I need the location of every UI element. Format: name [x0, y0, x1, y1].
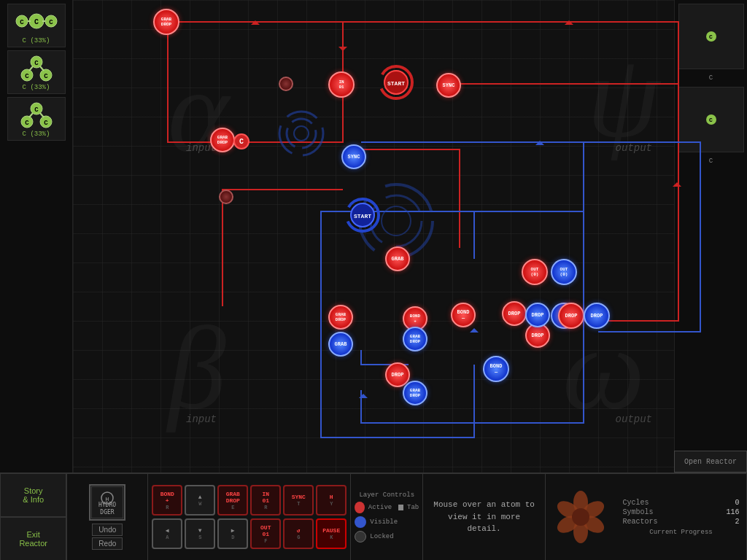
- stat-cycles: Cycles 0: [623, 499, 740, 507]
- open-reactor-button[interactable]: Open Reactor: [674, 451, 747, 472]
- redo-button[interactable]: Redo: [92, 537, 123, 550]
- tool-button-panel: BOND+R ▲W GRABDROPE IN01R SYNCT HY ◀A ▼S…: [148, 473, 350, 560]
- tool-pause[interactable]: PAUSEK: [316, 518, 347, 549]
- tool-grab-drop[interactable]: GRABDROPE: [217, 485, 248, 516]
- svg-text:C: C: [20, 19, 24, 26]
- node-grab-drop-blue-2[interactable]: GRABDROP: [403, 381, 427, 405]
- tool-nav-right[interactable]: ▶D: [217, 518, 248, 549]
- svg-text:C: C: [25, 120, 29, 127]
- node-grab-drop-3[interactable]: GRABDROP: [328, 305, 353, 330]
- alpha-watermark: α: [168, 44, 229, 179]
- hydrodger-panel: HYDRO DGER H Undo Redo: [67, 473, 148, 560]
- molecule-sidebar: C C C C (33%) C C C C (33%) C C: [0, 0, 73, 472]
- svg-text:C: C: [34, 60, 39, 67]
- output-preview-top[interactable]: C: [678, 4, 744, 69]
- omega-output-label: output: [616, 413, 652, 425]
- layer-dot-locked: [355, 531, 366, 542]
- node-out-red-1[interactable]: OUT(0): [522, 259, 548, 285]
- svg-point-37: [287, 119, 316, 148]
- node-grab-drop-blue[interactable]: GRABDROP: [403, 327, 427, 351]
- node-drop-blue[interactable]: DROP: [525, 303, 550, 327]
- stat-symbols: Symbols 116: [623, 508, 740, 516]
- tool-sync[interactable]: SYNCT: [283, 485, 314, 516]
- layer-row-visible: Visible: [355, 516, 419, 528]
- molecule-label-3: C (33%): [23, 131, 50, 138]
- stat-reactors: Reactors 2: [623, 518, 740, 526]
- svg-point-38: [294, 126, 309, 141]
- tool-in-01[interactable]: IN01R: [250, 485, 281, 516]
- layer-visible-label: Visible: [370, 518, 398, 526]
- svg-marker-30: [359, 394, 368, 398]
- node-start-blue[interactable]: START: [344, 197, 381, 237]
- svg-text:C: C: [49, 19, 53, 26]
- node-sensor-2[interactable]: [219, 190, 233, 204]
- svg-line-22: [29, 113, 33, 117]
- svg-marker-26: [565, 20, 573, 25]
- node-start-red[interactable]: START: [378, 64, 414, 104]
- tool-row-top: BOND+R ▲W GRABDROPE IN01R SYNCT HY: [152, 485, 347, 516]
- svg-marker-32: [535, 141, 544, 145]
- svg-point-44: [382, 206, 411, 236]
- tool-rotate[interactable]: ↺G: [283, 518, 314, 549]
- node-grab-drop-1[interactable]: GRABDROP: [153, 9, 179, 35]
- node-bond-blue[interactable]: BOND—: [483, 356, 509, 382]
- molecule-preview-1[interactable]: C C C C (33%): [7, 4, 66, 47]
- tool-out-01[interactable]: OUT01F: [250, 518, 281, 549]
- bottom-toolbar: Story& Info ExitReactor HYDRO DGER H Und…: [0, 472, 747, 560]
- node-grab-red[interactable]: GRAB: [385, 246, 410, 271]
- node-drop-blue-far[interactable]: DROP: [584, 303, 610, 329]
- beta-input-label: input: [186, 413, 217, 425]
- stats-panel: Cycles 0 Symbols 116 Reactors 2 Current …: [616, 473, 747, 560]
- exit-reactor-button[interactable]: ExitReactor: [0, 517, 66, 560]
- svg-text:START: START: [354, 213, 371, 219]
- layer-row-locked: Locked: [355, 531, 419, 542]
- node-drop-right-1[interactable]: DROP: [502, 301, 527, 326]
- tool-h[interactable]: HY: [316, 485, 347, 516]
- node-sensor-1[interactable]: [279, 77, 293, 91]
- node-bond-minus[interactable]: BOND—: [451, 303, 476, 327]
- cycles-label: Cycles: [623, 499, 649, 507]
- cycles-value: 0: [735, 499, 739, 507]
- story-info-button[interactable]: Story& Info: [0, 473, 66, 517]
- atom-c-red: C: [233, 133, 249, 149]
- node-out-blue-1[interactable]: OUT(0): [551, 259, 577, 285]
- node-in-01-red[interactable]: IN01: [328, 71, 355, 98]
- molecule-preview-2[interactable]: C C C C (33%): [7, 50, 66, 94]
- reactors-label: Reactors: [623, 518, 658, 526]
- psi-output-label: output: [616, 142, 652, 154]
- tool-bond-plus[interactable]: BOND+R: [152, 485, 182, 516]
- tool-nav-down[interactable]: ▼S: [185, 518, 215, 549]
- molecule-label-1: C (33%): [23, 37, 50, 44]
- svg-text:C: C: [34, 18, 38, 26]
- svg-text:HYDRO: HYDRO: [98, 502, 116, 508]
- undo-button[interactable]: Undo: [92, 524, 123, 536]
- symbols-value: 116: [726, 508, 739, 516]
- symbols-label: Symbols: [623, 508, 654, 516]
- layer-row-active: Active Tab: [355, 502, 419, 513]
- output-label-top: C: [675, 73, 747, 83]
- stats-container: Cycles 0 Symbols 116 Reactors 2 Current …: [546, 473, 747, 560]
- reactors-value: 2: [735, 518, 739, 526]
- svg-text:C: C: [25, 73, 29, 80]
- reactor-canvas[interactable]: α ψ β ω input output input output: [73, 0, 747, 472]
- node-sync-blue-1[interactable]: SYNC: [341, 144, 366, 169]
- undo-redo-panel: Undo Redo: [92, 524, 123, 550]
- output-label-bottom: C: [675, 156, 747, 166]
- output-preview-bottom[interactable]: C: [678, 87, 744, 152]
- node-drop-far-right[interactable]: DROP: [558, 303, 584, 329]
- node-grab-blue[interactable]: GRAB: [328, 332, 353, 357]
- tool-nav-left[interactable]: ◀A: [152, 518, 182, 549]
- svg-marker-29: [470, 328, 479, 332]
- svg-text:C: C: [44, 120, 48, 127]
- svg-line-23: [40, 113, 44, 117]
- reactor-flower-icon: [551, 488, 610, 546]
- svg-text:DGER: DGER: [101, 509, 115, 516]
- molecule-preview-3[interactable]: C C C C (33%): [7, 97, 66, 141]
- molecule-label-2: C (33%): [23, 84, 50, 91]
- node-sync-red[interactable]: SYNC: [436, 73, 461, 98]
- output-panel: C C C C Open Reactor: [674, 0, 747, 472]
- tool-nav-up[interactable]: ▲W: [185, 485, 215, 516]
- svg-text:START: START: [387, 80, 405, 87]
- atom-info-panel: Mouse over an atom to view it in more de…: [423, 473, 546, 560]
- node-grab-drop-red-2[interactable]: GRABDROP: [210, 128, 235, 152]
